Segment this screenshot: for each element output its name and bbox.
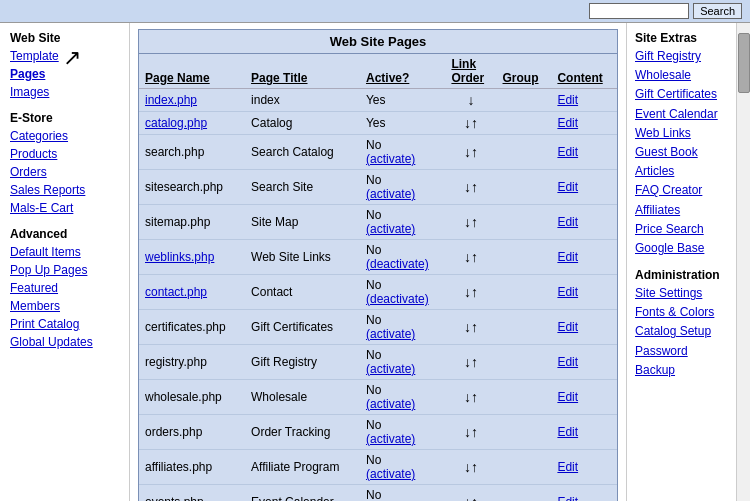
edit-link[interactable]: Edit bbox=[557, 180, 578, 194]
arrow-up-icon[interactable]: ↑ bbox=[471, 284, 478, 300]
arrow-up-icon[interactable]: ↑ bbox=[471, 494, 478, 501]
content-cell[interactable]: Edit bbox=[551, 345, 617, 380]
edit-link[interactable]: Edit bbox=[557, 145, 578, 159]
active-cell[interactable]: No(activate) bbox=[360, 380, 445, 415]
col-header-link-order[interactable]: LinkOrder bbox=[445, 54, 496, 89]
content-cell[interactable]: Edit bbox=[551, 89, 617, 112]
activate-link[interactable]: (activate) bbox=[366, 397, 415, 411]
page-name-link[interactable]: contact.php bbox=[145, 285, 207, 299]
scrollbar[interactable] bbox=[736, 23, 750, 501]
right-sidebar-link-wholesale[interactable]: Wholesale bbox=[635, 66, 728, 85]
sidebar-link-orders[interactable]: Orders bbox=[10, 163, 119, 181]
arrow-down-icon[interactable]: ↓ bbox=[464, 389, 471, 405]
search-button[interactable]: Search bbox=[693, 3, 742, 19]
sidebar-link-images[interactable]: Images bbox=[10, 83, 119, 101]
sidebar-link-products[interactable]: Products bbox=[10, 145, 119, 163]
edit-link[interactable]: Edit bbox=[557, 116, 578, 130]
content-cell[interactable]: Edit bbox=[551, 310, 617, 345]
right-sidebar-link-articles[interactable]: Articles bbox=[635, 162, 728, 181]
active-cell[interactable]: No(activate) bbox=[360, 170, 445, 205]
sidebar-link-pages[interactable]: Pages bbox=[10, 65, 119, 83]
right-sidebar-link-web-links[interactable]: Web Links bbox=[635, 124, 728, 143]
link-order-cell[interactable]: ↓↑ bbox=[445, 415, 496, 450]
arrow-down-icon[interactable]: ↓ bbox=[464, 459, 471, 475]
arrow-up-icon[interactable]: ↑ bbox=[471, 319, 478, 335]
link-order-cell[interactable]: ↓↑ bbox=[445, 240, 496, 275]
arrow-down-icon[interactable]: ↓ bbox=[464, 354, 471, 370]
arrow-up-icon[interactable]: ↑ bbox=[471, 115, 478, 131]
right-sidebar-link-fonts-colors[interactable]: Fonts & Colors bbox=[635, 303, 728, 322]
active-cell[interactable]: No(activate) bbox=[360, 485, 445, 502]
page-name-link[interactable]: index.php bbox=[145, 93, 197, 107]
right-sidebar-link-catalog-setup[interactable]: Catalog Setup bbox=[635, 322, 728, 341]
activate-link[interactable]: (activate) bbox=[366, 467, 415, 481]
arrow-down-icon[interactable]: ↓ bbox=[464, 319, 471, 335]
sidebar-link-print-catalog[interactable]: Print Catalog bbox=[10, 315, 119, 333]
arrow-down-icon[interactable]: ↓ bbox=[464, 179, 471, 195]
activate-link[interactable]: (activate) bbox=[366, 362, 415, 376]
col-header-group[interactable]: Group bbox=[497, 54, 552, 89]
link-order-cell[interactable]: ↓↑ bbox=[445, 135, 496, 170]
activate-link[interactable]: (activate) bbox=[366, 187, 415, 201]
arrow-down-icon[interactable]: ↓ bbox=[464, 249, 471, 265]
sidebar-link-categories[interactable]: Categories bbox=[10, 127, 119, 145]
arrow-down-icon[interactable]: ↓ bbox=[464, 284, 471, 300]
arrow-up-icon[interactable]: ↑ bbox=[471, 424, 478, 440]
edit-link[interactable]: Edit bbox=[557, 390, 578, 404]
page-name-link[interactable]: weblinks.php bbox=[145, 250, 214, 264]
edit-link[interactable]: Edit bbox=[557, 285, 578, 299]
right-sidebar-link-password[interactable]: Password bbox=[635, 342, 728, 361]
edit-link[interactable]: Edit bbox=[557, 460, 578, 474]
edit-link[interactable]: Edit bbox=[557, 215, 578, 229]
active-cell[interactable]: No(activate) bbox=[360, 205, 445, 240]
sidebar-link-popup-pages[interactable]: Pop Up Pages bbox=[10, 261, 119, 279]
link-order-cell[interactable]: ↓↑ bbox=[445, 275, 496, 310]
right-sidebar-link-event-calendar[interactable]: Event Calendar bbox=[635, 105, 728, 124]
deactivate-link[interactable]: (deactivate) bbox=[366, 292, 429, 306]
link-order-cell[interactable]: ↓↑ bbox=[445, 450, 496, 485]
active-cell[interactable]: No(activate) bbox=[360, 135, 445, 170]
arrow-down-icon[interactable]: ↓ bbox=[464, 115, 471, 131]
active-cell[interactable]: No(deactivate) bbox=[360, 240, 445, 275]
arrow-up-icon[interactable]: ↑ bbox=[471, 389, 478, 405]
sidebar-link-mals-e-cart[interactable]: Mals-E Cart bbox=[10, 199, 119, 217]
right-sidebar-link-google-base[interactable]: Google Base bbox=[635, 239, 728, 258]
content-cell[interactable]: Edit bbox=[551, 450, 617, 485]
link-order-cell[interactable]: ↓↑ bbox=[445, 205, 496, 240]
activate-link[interactable]: (activate) bbox=[366, 327, 415, 341]
activate-link[interactable]: (activate) bbox=[366, 432, 415, 446]
link-order-cell[interactable]: ↓↑ bbox=[445, 380, 496, 415]
arrow-down-icon[interactable]: ↓ bbox=[464, 494, 471, 501]
content-cell[interactable]: Edit bbox=[551, 275, 617, 310]
page-name-link[interactable]: catalog.php bbox=[145, 116, 207, 130]
sidebar-link-members[interactable]: Members bbox=[10, 297, 119, 315]
arrow-up-icon[interactable]: ↑ bbox=[471, 354, 478, 370]
content-cell[interactable]: Edit bbox=[551, 135, 617, 170]
edit-link[interactable]: Edit bbox=[557, 495, 578, 501]
arrow-up-icon[interactable]: ↑ bbox=[471, 144, 478, 160]
link-order-cell[interactable]: ↓↑ bbox=[445, 345, 496, 380]
right-sidebar-link-backup[interactable]: Backup bbox=[635, 361, 728, 380]
col-header-page-title[interactable]: Page Title bbox=[245, 54, 360, 89]
link-order-cell[interactable]: ↓ bbox=[445, 89, 496, 112]
link-order-cell[interactable]: ↓↑ bbox=[445, 112, 496, 135]
sidebar-link-template[interactable]: Template bbox=[10, 47, 59, 65]
right-sidebar-link-site-settings[interactable]: Site Settings bbox=[635, 284, 728, 303]
content-cell[interactable]: Edit bbox=[551, 415, 617, 450]
arrow-down-icon[interactable]: ↓ bbox=[467, 92, 474, 108]
col-header-page-name[interactable]: Page Name bbox=[139, 54, 245, 89]
content-cell[interactable]: Edit bbox=[551, 205, 617, 240]
edit-link[interactable]: Edit bbox=[557, 320, 578, 334]
col-header-content[interactable]: Content bbox=[551, 54, 617, 89]
activate-link[interactable]: (activate) bbox=[366, 222, 415, 236]
col-header-active[interactable]: Active? bbox=[360, 54, 445, 89]
content-cell[interactable]: Edit bbox=[551, 240, 617, 275]
sidebar-link-sales-reports[interactable]: Sales Reports bbox=[10, 181, 119, 199]
content-cell[interactable]: Edit bbox=[551, 112, 617, 135]
right-sidebar-link-gift-certs[interactable]: Gift Certificates bbox=[635, 85, 728, 104]
right-sidebar-link-faq-creator[interactable]: FAQ Creator bbox=[635, 181, 728, 200]
right-sidebar-link-affiliates[interactable]: Affiliates bbox=[635, 201, 728, 220]
arrow-up-icon[interactable]: ↑ bbox=[471, 249, 478, 265]
edit-link[interactable]: Edit bbox=[557, 425, 578, 439]
search-input[interactable] bbox=[589, 3, 689, 19]
